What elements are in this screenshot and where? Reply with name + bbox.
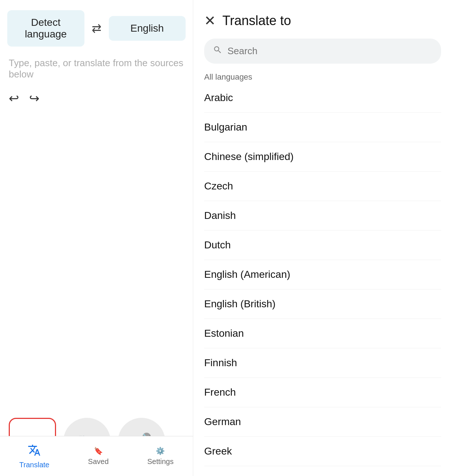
language-item-czech[interactable]: Czech	[193, 172, 452, 201]
english-language-button[interactable]: English	[109, 16, 186, 41]
all-languages-label: All languages	[193, 69, 452, 83]
search-input[interactable]	[227, 45, 432, 57]
close-button[interactable]: ✕	[204, 14, 216, 28]
detect-language-button[interactable]: Detect language	[7, 10, 84, 47]
language-item-finnish[interactable]: Finnish	[193, 348, 452, 377]
right-panel-title: Translate to	[222, 13, 291, 28]
language-item-estonian[interactable]: Estonian	[193, 319, 452, 348]
bottom-nav: Translate 🔖 Saved ⚙️ Settings	[0, 436, 193, 476]
nav-saved[interactable]: 🔖 Saved	[81, 443, 116, 469]
text-input-area	[0, 109, 193, 411]
language-list: ArabicBulgarianChinese (simplified)Czech…	[193, 83, 452, 476]
saved-icon: 🔖	[94, 447, 103, 455]
undo-redo-bar: ↩ ↪	[0, 87, 193, 109]
right-panel: ✕ Translate to All languages ArabicBulga…	[193, 0, 452, 476]
language-item-dutch[interactable]: Dutch	[193, 231, 452, 260]
nav-saved-label: Saved	[88, 457, 109, 466]
nav-settings[interactable]: ⚙️ Settings	[140, 443, 181, 469]
input-placeholder: Type, paste, or translate from the sourc…	[0, 54, 193, 87]
swap-languages-button[interactable]: ⇄	[89, 19, 104, 38]
nav-translate-label: Translate	[19, 461, 49, 469]
language-item-english--british-[interactable]: English (British)	[193, 289, 452, 319]
settings-icon: ⚙️	[156, 447, 165, 455]
language-bar: Detect language ⇄ English	[0, 0, 193, 54]
nav-settings-label: Settings	[147, 457, 174, 466]
nav-translate[interactable]: Translate	[12, 440, 57, 473]
translate-icon	[28, 444, 41, 459]
language-item-bulgarian[interactable]: Bulgarian	[193, 113, 452, 142]
undo-button[interactable]: ↩	[9, 91, 19, 105]
left-panel: Detect language ⇄ English Type, paste, o…	[0, 0, 193, 476]
language-item-danish[interactable]: Danish	[193, 201, 452, 230]
language-item-hungarian[interactable]: Hungarian	[193, 466, 452, 476]
language-item-greek[interactable]: Greek	[193, 437, 452, 466]
search-icon	[213, 45, 222, 57]
language-item-english--american-[interactable]: English (American)	[193, 260, 452, 289]
redo-button[interactable]: ↪	[29, 91, 39, 105]
search-bar	[204, 39, 441, 64]
language-item-chinese--simplified-[interactable]: Chinese (simplified)	[193, 142, 452, 171]
language-item-french[interactable]: French	[193, 378, 452, 407]
language-item-arabic[interactable]: Arabic	[193, 83, 452, 112]
right-header: ✕ Translate to	[193, 0, 452, 36]
language-item-german[interactable]: German	[193, 407, 452, 436]
